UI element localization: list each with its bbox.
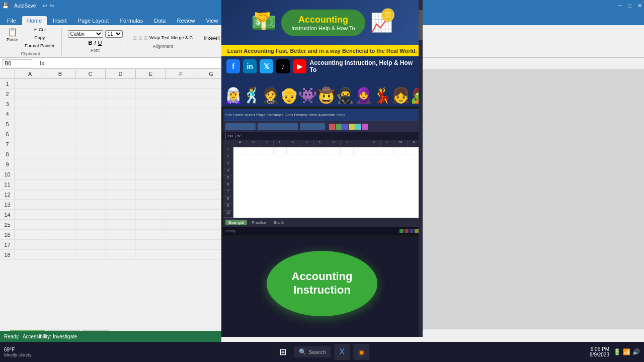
col-e[interactable]: E <box>136 69 166 78</box>
mini-cell <box>394 147 408 154</box>
merge-button[interactable]: Merge & C <box>171 34 193 42</box>
table-row: 6 <box>0 129 221 139</box>
tab-page-layout[interactable]: Page Layout <box>73 16 114 25</box>
clock-date: 9/9/2023 <box>590 352 609 357</box>
tab-data[interactable]: Data <box>149 16 171 25</box>
taskbar-browser-icon[interactable]: ◉ <box>353 344 369 360</box>
facebook-icon[interactable]: f <box>226 59 240 73</box>
italic-button[interactable]: I <box>95 40 96 46</box>
start-button[interactable]: ⊞ <box>275 344 291 360</box>
youtube-icon[interactable]: ▶ <box>293 59 306 73</box>
learn-text: Learn Accounting Fast, Better and in a w… <box>227 48 417 54</box>
font-size-select[interactable]: 11 <box>105 30 123 38</box>
row-num-13: 13 <box>0 200 15 209</box>
mini-cell <box>233 147 247 154</box>
align-left-button[interactable]: ≡ <box>133 34 137 42</box>
col-c[interactable]: C <box>75 69 106 78</box>
font-label: Font <box>91 48 100 53</box>
cut-button[interactable]: ✂ Cut <box>22 26 57 33</box>
wifi-icon[interactable]: 📶 <box>623 348 630 355</box>
table-row: 14 <box>0 210 221 220</box>
video-panel: 💵 🤝 Accounting Instruction Help & How To… <box>221 0 423 337</box>
mini-row-1: 1 <box>223 147 233 154</box>
mini-cell <box>274 147 287 154</box>
align-right-button[interactable]: ≡ <box>144 34 148 42</box>
bold-button[interactable]: B <box>89 40 93 46</box>
cell-e1[interactable] <box>136 79 166 88</box>
table-row: 7 <box>0 139 221 149</box>
cell-e2[interactable] <box>136 89 166 99</box>
mini-row-2: 2 <box>223 154 233 161</box>
tab-view[interactable]: View <box>201 16 223 25</box>
col-f[interactable]: F <box>166 69 196 78</box>
social-channel-title: Accounting Instruction, Help & How To <box>309 59 418 73</box>
tab-review[interactable]: Review <box>172 16 200 25</box>
mini-col-i: I <box>341 140 354 147</box>
tiktok-icon[interactable]: ♪ <box>276 59 290 73</box>
character-7: 🥷 <box>336 86 354 104</box>
table-row: 8 <box>0 149 221 159</box>
battery-icon[interactable]: 🔋 <box>613 348 621 355</box>
cell-b2[interactable] <box>45 89 75 99</box>
cell-d1[interactable] <box>106 79 136 88</box>
quick-access-save[interactable]: 💾 <box>2 3 9 9</box>
video-scrollbar-thumb[interactable] <box>419 10 423 40</box>
row-num-6: 6 <box>0 129 15 139</box>
mini-row-4: 4 <box>223 168 233 175</box>
tab-formulas[interactable]: Formulas <box>115 16 148 25</box>
video-scrollbar[interactable] <box>419 0 423 337</box>
row-num-3: 3 <box>0 99 15 109</box>
tab-insert[interactable]: Insert <box>48 16 72 25</box>
tab-home[interactable]: Home <box>22 16 47 25</box>
mini-cell <box>247 147 261 154</box>
maximize-btn[interactable]: □ <box>628 3 631 9</box>
clock-time: 6:05 PM <box>591 346 609 352</box>
formula-bar: | fx <box>0 58 221 69</box>
mini-sheet-blank: Blank <box>271 220 287 225</box>
tab-file[interactable]: File <box>2 16 21 25</box>
cell-d2[interactable] <box>106 89 136 99</box>
cell-b1[interactable] <box>45 79 75 88</box>
col-b[interactable]: B <box>45 69 75 78</box>
taskbar-excel-icon[interactable]: X <box>334 344 350 360</box>
minimize-btn[interactable]: ─ <box>618 3 622 9</box>
mini-cell <box>380 147 394 154</box>
name-box[interactable] <box>2 59 32 67</box>
taskbar-left: 69°F Mostly cloudy <box>4 347 32 357</box>
cell-a1[interactable] <box>15 79 45 88</box>
row-num-11: 11 <box>0 179 15 189</box>
twitter-icon[interactable]: 𝕏 <box>260 59 273 73</box>
font-name-select[interactable]: Calibri <box>68 30 103 38</box>
format-painter-button[interactable]: Format Painter <box>22 42 57 49</box>
copy-button[interactable]: Copy <box>22 34 57 41</box>
row-num-2: 2 <box>0 89 15 99</box>
mini-col-c: C <box>260 140 274 147</box>
mini-col-m: M <box>394 140 408 147</box>
insert-cells-button[interactable]: Insert <box>203 34 220 42</box>
mini-row-3: 3 <box>223 161 233 168</box>
volume-icon[interactable]: 🔊 <box>632 348 640 355</box>
mini-grid: 1 2 3 4 5 6 7 8 9 10 <box>223 147 421 218</box>
cell-a2[interactable] <box>15 89 45 99</box>
col-d[interactable]: D <box>106 69 136 78</box>
redo-btn[interactable]: ↪ <box>50 3 54 9</box>
mini-col-h: H <box>327 140 341 147</box>
row-num-15: 15 <box>0 220 15 229</box>
search-bar[interactable]: 🔍 Search <box>294 346 331 357</box>
accessibility-status: Accessibility: Investigate <box>23 334 77 339</box>
status-bar: Ready Accessibility: Investigate <box>0 331 221 342</box>
cell-c1[interactable] <box>75 79 106 88</box>
undo-btn[interactable]: ↩ <box>43 3 47 9</box>
underline-button[interactable]: U <box>98 40 102 46</box>
cell-a3[interactable] <box>15 99 45 109</box>
mini-row-6: 6 <box>223 183 233 190</box>
table-row: 9 <box>0 159 221 169</box>
cell-c2[interactable] <box>75 89 106 99</box>
align-center-button[interactable]: ≡ <box>138 34 142 42</box>
linkedin-icon[interactable]: in <box>243 59 257 73</box>
mini-row-9: 9 <box>223 204 233 211</box>
col-a[interactable]: A <box>15 69 45 78</box>
paste-button[interactable]: 📋 Paste <box>4 26 21 49</box>
close-btn[interactable]: ✕ <box>637 3 642 9</box>
wrap-text-button[interactable]: Wrap Text <box>149 34 170 42</box>
